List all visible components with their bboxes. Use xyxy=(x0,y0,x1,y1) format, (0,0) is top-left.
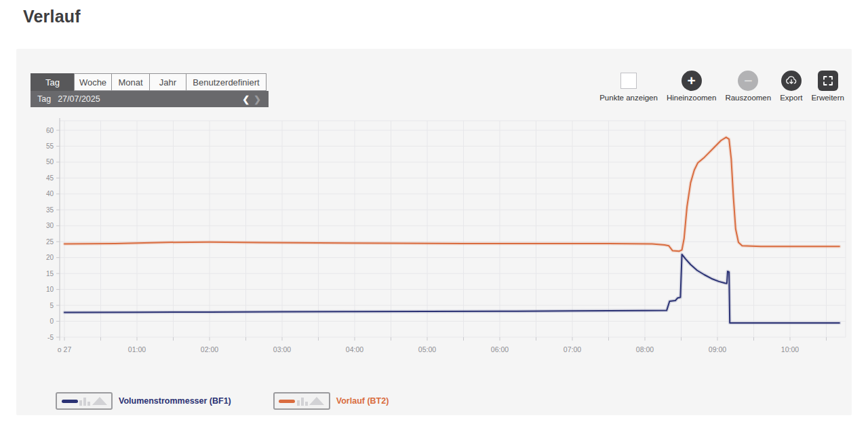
chart-legend: Volumenstrommesser (BF1) Vorlauf (BT2) xyxy=(56,392,389,410)
legend-item-bt2[interactable]: Vorlauf (BT2) xyxy=(273,392,389,410)
line-style-swatch xyxy=(279,400,295,403)
expand-button[interactable]: Erweitern xyxy=(811,69,844,102)
plus-icon: + xyxy=(688,73,696,88)
svg-text:05:00: 05:00 xyxy=(418,345,436,353)
next-range-button: ❯ xyxy=(252,94,263,104)
svg-text:0: 0 xyxy=(50,318,54,325)
svg-text:06:00: 06:00 xyxy=(491,345,509,353)
tab-monat[interactable]: Monat xyxy=(111,73,150,91)
trend-panel: Tag Woche Monat Jahr Benutzerdefiniert T… xyxy=(16,49,852,415)
punkte-anzeigen-checkbox[interactable] xyxy=(620,73,637,89)
chart-toolbar: Punkte anzeigen + Hineinzoomen − Rauszoo… xyxy=(599,69,844,102)
svg-text:45: 45 xyxy=(46,174,54,182)
svg-text:50: 50 xyxy=(46,158,54,166)
area-style-icon xyxy=(309,397,324,405)
zoom-out-label: Rauszoomen xyxy=(725,94,771,102)
svg-text:35: 35 xyxy=(46,206,54,214)
area-style-icon xyxy=(92,397,107,405)
date-range-bar: Tag 27/07/2025 ❮ ❯ xyxy=(31,91,269,107)
svg-text:60: 60 xyxy=(46,127,54,134)
legend-label-bf1: Volumenstrommesser (BF1) xyxy=(119,396,231,406)
date-range-value: 27/07/2025 xyxy=(58,94,240,104)
bar-style-icon xyxy=(297,396,308,406)
prev-range-button[interactable]: ❮ xyxy=(240,94,252,104)
legend-style-box-bt2[interactable] xyxy=(273,392,330,410)
zoom-in-button[interactable]: + Hineinzoomen xyxy=(667,69,717,102)
legend-label-bt2: Vorlauf (BT2) xyxy=(336,396,389,406)
svg-text:10:00: 10:00 xyxy=(781,345,799,353)
svg-text:02:00: 02:00 xyxy=(201,345,218,353)
tab-jahr[interactable]: Jahr xyxy=(149,73,186,91)
zoom-out-button: − Rauszoomen xyxy=(725,69,771,102)
line-style-swatch xyxy=(62,400,78,403)
svg-text:10: 10 xyxy=(46,286,54,293)
punkte-anzeigen-control[interactable]: Punkte anzeigen xyxy=(599,69,658,102)
tab-tag[interactable]: Tag xyxy=(31,73,75,91)
svg-text:5: 5 xyxy=(50,302,54,309)
export-label: Export xyxy=(780,94,802,102)
tab-benutzerdefiniert[interactable]: Benutzerdefiniert xyxy=(186,73,267,91)
svg-text:03:00: 03:00 xyxy=(273,345,291,353)
minus-icon: − xyxy=(744,73,752,88)
svg-text:07:00: 07:00 xyxy=(564,345,581,353)
svg-text:25: 25 xyxy=(46,238,54,246)
bar-style-icon xyxy=(79,396,90,406)
svg-text:-5: -5 xyxy=(47,334,54,341)
svg-text:01:00: 01:00 xyxy=(128,345,146,353)
export-button[interactable]: Export xyxy=(780,69,802,102)
svg-text:15: 15 xyxy=(46,270,54,277)
punkte-anzeigen-label: Punkte anzeigen xyxy=(599,94,658,102)
tab-woche[interactable]: Woche xyxy=(74,73,112,91)
zoom-in-label: Hineinzoomen xyxy=(667,94,717,102)
range-selector: Tag Woche Monat Jahr Benutzerdefiniert T… xyxy=(31,73,269,107)
svg-text:55: 55 xyxy=(46,142,54,150)
page-title: Verlauf xyxy=(23,7,81,26)
cloud-download-icon xyxy=(785,74,798,88)
trend-chart[interactable]: -5051015202530354045505560o 2701:0002:00… xyxy=(17,115,850,360)
svg-text:09:00: 09:00 xyxy=(709,345,726,353)
svg-text:08:00: 08:00 xyxy=(636,345,654,353)
expand-label: Erweitern xyxy=(811,94,844,102)
legend-item-bf1[interactable]: Volumenstrommesser (BF1) xyxy=(56,392,231,410)
expand-icon xyxy=(822,75,834,87)
svg-text:40: 40 xyxy=(46,190,54,197)
date-range-label: Tag xyxy=(37,94,51,104)
svg-text:04:00: 04:00 xyxy=(346,345,363,353)
legend-style-box-bf1[interactable] xyxy=(56,392,113,410)
svg-text:20: 20 xyxy=(46,254,54,261)
svg-text:o 27: o 27 xyxy=(58,345,72,353)
svg-text:30: 30 xyxy=(46,222,54,229)
range-tabs: Tag Woche Monat Jahr Benutzerdefiniert xyxy=(31,73,269,91)
